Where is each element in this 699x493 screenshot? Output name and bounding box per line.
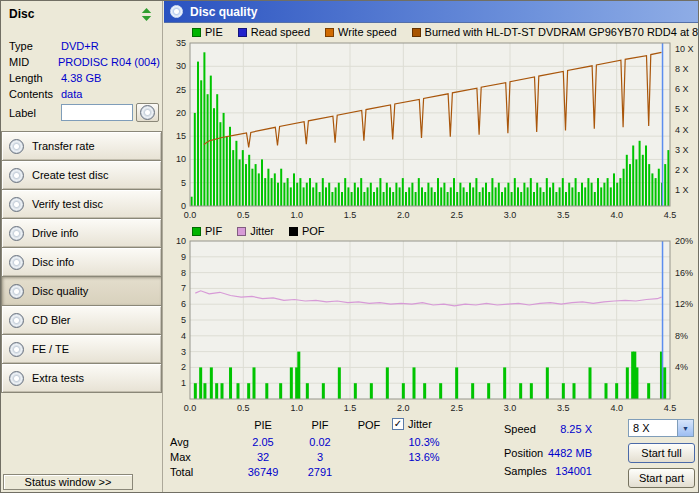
sidebar-item-extra-tests[interactable]: Extra tests — [1, 363, 162, 393]
cd-icon — [9, 342, 24, 357]
disc-label-input[interactable] — [61, 104, 133, 121]
svg-text:9: 9 — [181, 252, 186, 262]
disc-length-label: Length — [9, 72, 61, 84]
total-row-label: Total — [170, 466, 210, 478]
total-pif-value: 2791 — [296, 466, 344, 478]
svg-text:8: 8 — [181, 268, 186, 278]
total-pie-value: 36749 — [234, 466, 292, 478]
svg-text:2.0: 2.0 — [397, 403, 410, 413]
cd-icon — [9, 371, 24, 386]
svg-text:10: 10 — [176, 237, 186, 246]
status-window-button[interactable]: Status window >> — [3, 474, 133, 490]
svg-text:0.0: 0.0 — [184, 403, 197, 413]
sidebar: Disc Type DVD+R MID PRODISC R04 (004) Le… — [1, 1, 163, 492]
sidebar-item-verify-test-disc[interactable]: Verify test disc — [1, 189, 162, 219]
svg-text:4.0: 4.0 — [610, 403, 623, 413]
jitter-checkbox-label: Jitter — [408, 418, 432, 430]
disc-length-row: Length 4.38 GB — [9, 70, 160, 86]
svg-text:1.0: 1.0 — [290, 403, 303, 413]
start-full-button[interactable]: Start full — [628, 443, 695, 463]
legend-pif: PIF — [192, 225, 222, 237]
pif-jitter-chart: 123456789100.00.51.01.52.02.53.03.54.04.… — [164, 237, 699, 415]
legend-pof: POF — [289, 225, 325, 237]
jitter-checkbox[interactable]: ✓ — [392, 418, 404, 430]
cd-icon — [140, 105, 155, 120]
svg-text:3: 3 — [181, 347, 186, 357]
sidebar-item-cd-bler[interactable]: CD Bler — [1, 305, 162, 335]
disc-mid-label: MID — [9, 56, 58, 68]
svg-text:7: 7 — [181, 283, 186, 293]
svg-text:4.5: 4.5 — [664, 210, 677, 220]
cd-icon — [9, 139, 24, 154]
disc-label-button[interactable] — [136, 103, 159, 122]
svg-text:4 X: 4 X — [675, 125, 689, 135]
jitter-header: ✓ Jitter — [392, 418, 432, 430]
cd-icon — [9, 197, 24, 212]
svg-text:5: 5 — [181, 315, 186, 325]
svg-text:25: 25 — [176, 85, 186, 95]
col-header-pof: POF — [348, 419, 390, 431]
sidebar-item-transfer-rate[interactable]: Transfer rate — [1, 131, 162, 161]
svg-text:3.5: 3.5 — [557, 403, 570, 413]
speed-select-value: 8 X — [629, 422, 677, 434]
avg-pie-value: 2.05 — [234, 436, 292, 448]
svg-text:16%: 16% — [675, 268, 693, 278]
disc-type-value: DVD+R — [61, 40, 99, 52]
cd-icon — [9, 284, 24, 299]
speed-select[interactable]: 8 X ▼ — [628, 419, 694, 437]
sidebar-item-fe-te[interactable]: FE / TE — [1, 334, 162, 364]
max-pif-value: 3 — [296, 451, 344, 463]
disc-type-row: Type DVD+R — [9, 38, 160, 54]
burned-with-swatch — [412, 28, 421, 37]
chevron-down-icon[interactable]: ▼ — [677, 420, 693, 436]
refresh-disc-button[interactable] — [136, 5, 156, 24]
start-part-button[interactable]: Start part — [628, 468, 695, 488]
disc-contents-label: Contents — [9, 88, 61, 100]
position-value: 4482 MB — [528, 447, 592, 459]
max-row-label: Max — [170, 451, 210, 463]
sidebar-item-drive-info[interactable]: Drive info — [1, 218, 162, 248]
svg-text:1.0: 1.0 — [290, 210, 303, 220]
svg-text:2: 2 — [181, 362, 186, 372]
svg-text:2.5: 2.5 — [450, 210, 463, 220]
svg-text:12%: 12% — [675, 299, 693, 309]
svg-text:3.0: 3.0 — [504, 403, 517, 413]
disc-label-row: Label — [9, 103, 159, 122]
svg-text:8%: 8% — [675, 331, 688, 341]
sidebar-nav: Transfer rate Create test disc Verify te… — [1, 131, 162, 393]
read-speed-swatch — [238, 28, 247, 37]
sidebar-item-disc-quality[interactable]: Disc quality — [1, 276, 162, 306]
svg-text:3.5: 3.5 — [557, 210, 570, 220]
cd-icon — [9, 226, 24, 241]
svg-text:1 X: 1 X — [675, 185, 689, 195]
samples-value: 134001 — [528, 465, 592, 477]
svg-text:2 X: 2 X — [675, 165, 689, 175]
sidebar-item-create-test-disc[interactable]: Create test disc — [1, 160, 162, 190]
svg-text:1.5: 1.5 — [344, 210, 357, 220]
disc-mid-row: MID PRODISC R04 (004) — [9, 54, 160, 70]
svg-text:8 X: 8 X — [675, 64, 689, 74]
svg-text:10 X: 10 X — [675, 44, 694, 54]
svg-text:1: 1 — [181, 378, 186, 388]
avg-row-label: Avg — [170, 436, 210, 448]
disc-panel-title: Disc — [9, 7, 34, 21]
pif-swatch — [192, 227, 201, 236]
svg-text:4%: 4% — [675, 362, 688, 372]
page-title: Disc quality — [190, 5, 257, 19]
svg-text:10: 10 — [176, 154, 186, 164]
svg-text:35: 35 — [176, 38, 186, 48]
svg-text:1.5: 1.5 — [344, 403, 357, 413]
pif-chart-legend: PIF Jitter POF — [192, 225, 325, 237]
svg-text:2.5: 2.5 — [450, 403, 463, 413]
pie-write-speed-chart: 051015202530350.00.51.01.52.02.53.03.54.… — [164, 37, 699, 223]
sidebar-item-disc-info[interactable]: Disc info — [1, 247, 162, 277]
pof-swatch — [289, 227, 298, 236]
col-header-pie: PIE — [234, 419, 292, 431]
disc-label-label: Label — [9, 107, 58, 119]
svg-text:0.5: 0.5 — [237, 403, 250, 413]
col-header-pif: PIF — [296, 419, 344, 431]
svg-text:15: 15 — [176, 131, 186, 141]
svg-text:3 X: 3 X — [675, 145, 689, 155]
svg-text:4.5: 4.5 — [664, 403, 677, 413]
cd-icon — [9, 313, 24, 328]
